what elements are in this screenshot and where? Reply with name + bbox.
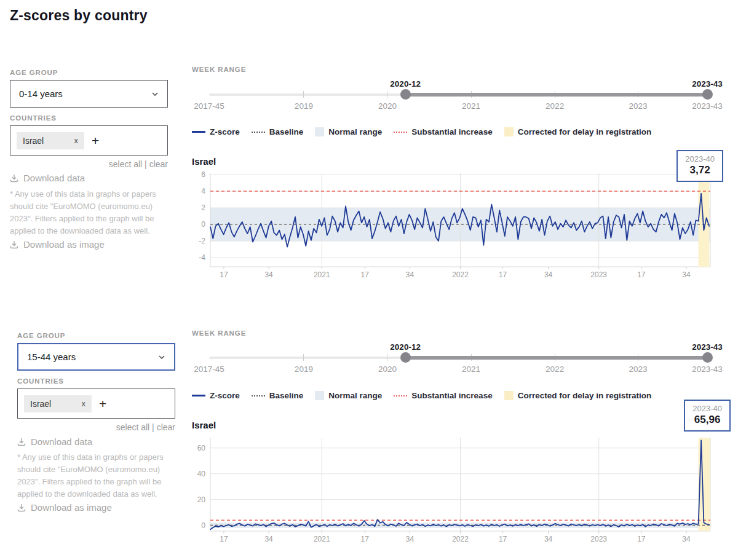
slider-year-label: 2021 — [462, 365, 480, 374]
download-data-link[interactable]: Download data — [17, 436, 92, 447]
select-all-link[interactable]: select all — [109, 159, 142, 169]
x-axis-tick-label: 17 — [637, 270, 646, 279]
week-range-label: WEEK RANGE — [192, 66, 246, 73]
download-image-label: Download as image — [23, 239, 105, 250]
download-image-label: Download as image — [31, 502, 112, 513]
week-range-slider[interactable]: 2020-122023-432017-452019202020212022202… — [192, 79, 738, 114]
normal-range-swatch — [315, 127, 324, 136]
slider-lower-value: 2020-12 — [390, 79, 421, 89]
x-axis-tick-label: 17 — [361, 535, 370, 543]
x-axis-tick-label: 2021 — [314, 270, 330, 279]
x-axis-tick-label: 34 — [406, 535, 415, 543]
add-country-button[interactable]: + — [99, 397, 106, 410]
y-axis-tick-label: 40 — [197, 470, 206, 478]
substantial-increase-swatch — [394, 132, 407, 133]
x-axis-tick-label: 17 — [220, 270, 228, 279]
slider-end-label: 2023-43 — [692, 365, 723, 374]
country-tag[interactable]: Israel x — [17, 132, 84, 149]
chevron-down-icon — [158, 353, 165, 361]
x-axis-tick-label: 2023 — [590, 270, 607, 279]
chart-tooltip: 2023-40 3,72 — [676, 150, 723, 182]
x-axis-tick-label: 34 — [264, 535, 273, 543]
y-axis-tick-label: 2 — [201, 203, 205, 212]
remove-country-icon[interactable]: x — [82, 399, 86, 408]
legend-corrected: Corrected for delay in registration — [518, 390, 652, 401]
slider-year-label: 2021 — [462, 101, 480, 111]
slider-handle-lower[interactable] — [400, 89, 411, 100]
legend-corrected: Corrected for delay in registration — [518, 127, 652, 137]
citation-note: * Any use of this data in graphs or pape… — [17, 451, 183, 501]
slider-year-tick — [303, 91, 304, 98]
chart-country-title: Israel — [192, 420, 216, 430]
country-tag-label: Israel — [23, 136, 44, 146]
download-image-link[interactable]: Download as image — [10, 239, 105, 250]
links-divider: | — [152, 422, 154, 432]
slider-year-tick — [387, 354, 387, 361]
slider-active-track[interactable] — [405, 356, 707, 360]
countries-label: COUNTRIES — [10, 114, 57, 122]
x-axis-tick-label: 2022 — [452, 535, 469, 543]
chart-tooltip: 2023-40 65,96 — [684, 400, 731, 432]
y-axis-tick-label: 0 — [201, 220, 205, 229]
download-image-link[interactable]: Download as image — [17, 502, 112, 513]
select-clear-links: select all | clear — [17, 422, 175, 432]
legend-normal-range: Normal range — [328, 127, 382, 137]
legend-substantial-increase: Substantial increase — [411, 390, 492, 401]
countries-box[interactable]: Israel x + — [17, 388, 175, 419]
age-group-label: AGE GROUP — [17, 332, 65, 339]
corrected-swatch — [504, 391, 514, 400]
chart-panel: Israel 604020017342021173420221734202317… — [192, 417, 738, 555]
legend-substantial-increase: Substantial increase — [411, 127, 492, 137]
y-axis-tick-label: 6 — [201, 170, 205, 179]
select-all-link[interactable]: select all — [116, 422, 149, 432]
download-icon — [10, 240, 18, 249]
slider-lower-value: 2020-12 — [390, 342, 421, 352]
slider-active-track[interactable] — [405, 93, 707, 97]
slider-year-label: 2023 — [629, 365, 647, 374]
x-axis-tick-label: 2021 — [314, 535, 330, 543]
baseline-swatch — [252, 132, 265, 133]
zscore-chart[interactable]: 6420-2-41734202117342022173420231734 — [192, 169, 738, 286]
tooltip-value: 65,96 — [692, 414, 722, 426]
x-axis-tick-label: 34 — [682, 535, 691, 543]
download-data-link[interactable]: Download data — [10, 173, 85, 183]
slider-year-tick — [387, 91, 387, 98]
countries-box[interactable]: Israel x + — [10, 125, 168, 156]
download-icon — [17, 438, 26, 446]
x-axis-tick-label: 34 — [264, 270, 273, 279]
country-tag[interactable]: Israel x — [24, 395, 92, 412]
clear-link[interactable]: clear — [149, 159, 168, 169]
slider-handle-upper[interactable] — [702, 352, 713, 363]
chevron-down-icon — [151, 90, 159, 98]
zscore-line-swatch — [192, 395, 205, 396]
chart-legend: Z-score Baseline Normal range Substantia… — [192, 127, 651, 137]
tooltip-week: 2023-40 — [692, 404, 722, 413]
chart-legend: Z-score Baseline Normal range Substantia… — [192, 390, 651, 401]
zscore-chart[interactable]: 60402001734202117342022173420231734 — [192, 430, 738, 553]
add-country-button[interactable]: + — [92, 134, 99, 147]
slider-year-label: 2020 — [378, 365, 397, 374]
week-range-slider[interactable]: 2020-122023-432017-452019202020212022202… — [192, 342, 738, 377]
x-axis-tick-label: 34 — [544, 535, 553, 543]
x-axis-tick-label: 17 — [361, 270, 370, 279]
slider-handle-lower[interactable] — [400, 352, 411, 363]
clear-link[interactable]: clear — [157, 422, 175, 432]
citation-note: * Any use of this data in graphs or pape… — [10, 188, 176, 238]
normal-range-swatch — [315, 391, 324, 400]
slider-upper-value: 2023-43 — [692, 342, 723, 352]
x-axis-tick-label: 17 — [220, 535, 228, 543]
download-icon — [17, 503, 26, 512]
age-group-select[interactable]: 15-44 years — [17, 343, 175, 371]
age-group-select[interactable]: 0-14 years — [10, 80, 168, 108]
week-range-label: WEEK RANGE — [192, 329, 246, 337]
age-group-value: 15-44 years — [27, 352, 76, 362]
slider-year-tick — [303, 354, 304, 361]
slider-upper-value: 2023-43 — [692, 79, 723, 89]
slider-year-label: 2019 — [295, 101, 313, 111]
remove-country-icon[interactable]: x — [74, 136, 79, 145]
slider-start-label: 2017-45 — [194, 101, 224, 111]
slider-handle-upper[interactable] — [702, 89, 713, 100]
age-group-label: AGE GROUP — [10, 69, 58, 76]
baseline-swatch — [252, 395, 265, 396]
chart-country-title: Israel — [192, 156, 216, 167]
